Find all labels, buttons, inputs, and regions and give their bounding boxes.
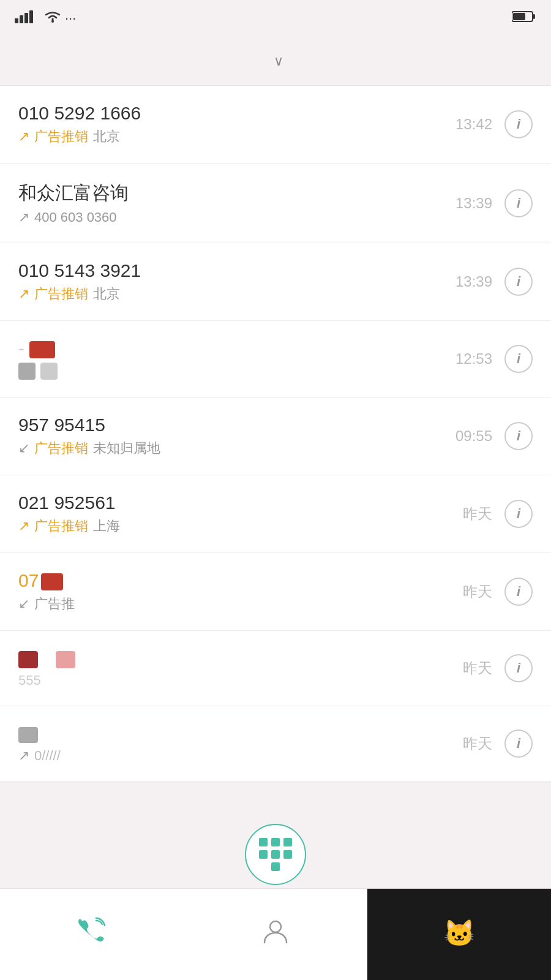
call-item[interactable]: 和众汇富咨询 ↗ 400 603 0360 13:39 i bbox=[0, 164, 551, 243]
redact-block bbox=[56, 651, 75, 668]
svg-rect-1 bbox=[20, 15, 23, 23]
call-location: 上海 bbox=[93, 517, 120, 535]
dropdown-arrow-icon: ∨ bbox=[274, 53, 283, 69]
call-tag: 广告推销 bbox=[34, 127, 88, 146]
call-sub: ↗ 广告推销 北京 bbox=[18, 127, 455, 146]
dots-label: ··· bbox=[65, 10, 76, 26]
info-icon: i bbox=[517, 736, 520, 752]
info-button[interactable]: i bbox=[504, 578, 533, 606]
call-item-left: ↗ 0///// bbox=[18, 723, 463, 764]
info-button[interactable]: i bbox=[504, 268, 533, 296]
call-item[interactable]: 07 ↙ 广告推 昨天 i bbox=[0, 553, 551, 631]
call-direction-icon: ↗ bbox=[18, 286, 29, 302]
info-button[interactable]: i bbox=[504, 654, 533, 682]
nav-dial[interactable] bbox=[0, 917, 184, 952]
info-button[interactable]: i bbox=[504, 345, 533, 373]
call-item[interactable]: 555 昨天 i bbox=[0, 631, 551, 706]
blackcat-icon: 🐱 bbox=[443, 918, 475, 948]
svg-rect-7 bbox=[513, 13, 525, 20]
info-icon: i bbox=[517, 274, 520, 290]
status-bar: ··· bbox=[0, 0, 551, 37]
call-direction-icon: ↗ bbox=[18, 209, 29, 225]
call-time: 13:39 bbox=[455, 195, 492, 212]
call-item[interactable]: - 12:53 i bbox=[0, 321, 551, 398]
nav-contacts[interactable] bbox=[184, 917, 367, 952]
redact-block bbox=[29, 341, 55, 358]
call-item-left: - bbox=[18, 338, 455, 380]
info-button[interactable]: i bbox=[504, 500, 533, 528]
redact-block bbox=[18, 363, 36, 380]
info-icon: i bbox=[517, 195, 520, 211]
call-sub: ↗ 400 603 0360 bbox=[18, 209, 455, 225]
call-number bbox=[18, 723, 463, 744]
info-icon: i bbox=[517, 506, 520, 522]
call-item[interactable]: 010 5292 1666 ↗ 广告推销 北京 13:42 i bbox=[0, 86, 551, 164]
keypad-icon bbox=[259, 838, 292, 871]
call-item[interactable]: 021 952561 ↗ 广告推销 上海 昨天 i bbox=[0, 475, 551, 553]
info-button[interactable]: i bbox=[504, 110, 533, 138]
call-tag: 广告推销 bbox=[34, 517, 88, 535]
call-item[interactable]: 010 5143 3921 ↗ 广告推销 北京 13:39 i bbox=[0, 243, 551, 321]
call-location: 北京 bbox=[93, 285, 120, 303]
status-right bbox=[507, 10, 536, 27]
call-sub: 555 bbox=[18, 673, 463, 688]
call-item-right: 13:39 i bbox=[455, 268, 533, 296]
call-item-right: 昨天 i bbox=[463, 500, 533, 528]
info-button[interactable]: i bbox=[504, 422, 533, 450]
call-number: 010 5292 1666 bbox=[18, 103, 455, 124]
info-icon: i bbox=[517, 116, 520, 132]
call-tag: 广告推销 bbox=[34, 439, 88, 458]
call-item-left: 和众汇富咨询 ↗ 400 603 0360 bbox=[18, 181, 455, 225]
call-sub: ↗ 广告推销 北京 bbox=[18, 285, 455, 303]
call-tag: 广告推销 bbox=[34, 285, 88, 303]
call-item-right: 昨天 i bbox=[463, 729, 533, 758]
info-icon: i bbox=[517, 351, 520, 367]
call-sub bbox=[18, 363, 455, 380]
call-number: 和众汇富咨询 bbox=[18, 181, 455, 206]
wifi-icon bbox=[44, 10, 61, 27]
bottom-nav: 🐱 bbox=[0, 888, 551, 980]
info-icon: i bbox=[517, 660, 520, 676]
call-direction-icon: ↙ bbox=[18, 596, 29, 612]
call-location: 北京 bbox=[93, 127, 120, 146]
call-time: 09:55 bbox=[455, 428, 492, 445]
nav-blackcat[interactable]: 🐱 bbox=[367, 889, 551, 980]
signal-icon bbox=[15, 10, 37, 27]
call-item-right: 昨天 i bbox=[463, 578, 533, 606]
call-number: 07 bbox=[18, 570, 463, 591]
call-list: 010 5292 1666 ↗ 广告推销 北京 13:42 i 和众汇富咨询 ↗… bbox=[0, 86, 551, 782]
keypad-fab[interactable] bbox=[245, 824, 306, 885]
header: ∨ bbox=[0, 37, 551, 86]
call-number bbox=[18, 648, 463, 669]
redact-block bbox=[41, 573, 63, 590]
call-direction-icon: ↗ bbox=[18, 748, 29, 764]
svg-rect-6 bbox=[533, 14, 535, 19]
call-time: 13:42 bbox=[455, 116, 492, 133]
call-item-right: 13:39 i bbox=[455, 189, 533, 217]
call-item-left: 07 ↙ 广告推 bbox=[18, 570, 463, 613]
call-number: - bbox=[18, 338, 455, 359]
call-sub: ↗ 0///// bbox=[18, 748, 463, 764]
header-title-group[interactable]: ∨ bbox=[268, 53, 283, 69]
call-item-right: 13:42 i bbox=[455, 110, 533, 138]
dial-icon bbox=[78, 917, 106, 948]
status-left: ··· bbox=[15, 10, 76, 27]
call-sub-number: 400 603 0360 bbox=[34, 209, 117, 225]
call-item-left: 010 5292 1666 ↗ 广告推销 北京 bbox=[18, 103, 455, 146]
call-direction-icon: ↙ bbox=[18, 440, 29, 456]
info-button[interactable]: i bbox=[504, 189, 533, 217]
svg-point-4 bbox=[51, 20, 54, 23]
call-item[interactable]: ↗ 0///// 昨天 i bbox=[0, 706, 551, 782]
redact-block bbox=[18, 727, 38, 743]
call-item[interactable]: 957 95415 ↙ 广告推销 未知归属地 09:55 i bbox=[0, 398, 551, 475]
call-sub: ↗ 广告推销 上海 bbox=[18, 517, 463, 535]
redact-dash: - bbox=[18, 338, 29, 358]
call-sub: ↙ 广告推销 未知归属地 bbox=[18, 439, 455, 458]
svg-rect-3 bbox=[29, 10, 33, 23]
call-time: 昨天 bbox=[463, 504, 492, 524]
info-icon: i bbox=[517, 584, 520, 600]
svg-point-8 bbox=[270, 921, 281, 932]
battery-icon bbox=[512, 10, 536, 27]
info-button[interactable]: i bbox=[504, 729, 533, 758]
call-time: 13:39 bbox=[455, 273, 492, 290]
